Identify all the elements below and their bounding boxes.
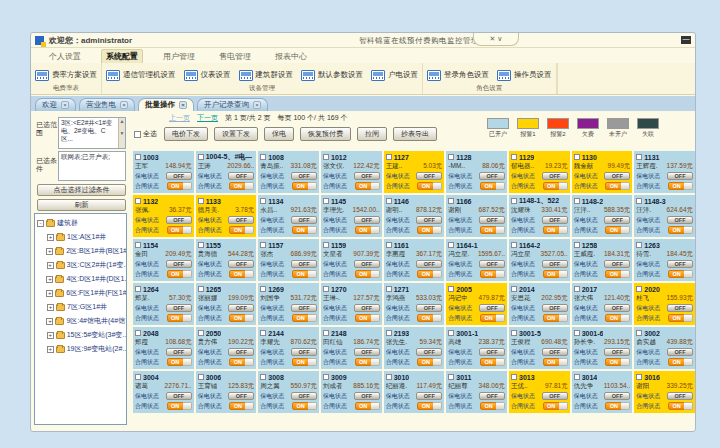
baodian-off-button[interactable]: OFF [416,348,442,356]
hezha-on-button[interactable]: ON [605,314,622,322]
hezha-on-button[interactable]: ON [543,402,560,410]
toolbar-button-拉闸[interactable]: 拉闸 [357,127,387,141]
selected-range-box[interactable]: 3区:<E2#井<1#变电、2#变电、C区... ▲▼ [58,117,126,149]
card-checkbox[interactable] [574,154,580,160]
baodian-off-button[interactable]: OFF [354,172,380,180]
hezha-on-button[interactable]: ON [543,314,560,322]
prev-page-link[interactable]: 上一页 [169,113,190,123]
hezha-on-button[interactable]: ON [417,314,434,322]
baodian-off-button[interactable]: OFF [228,348,254,356]
hezha-on-button[interactable]: ON [605,270,622,278]
tab-批量操作[interactable]: 批量操作× [138,98,194,111]
range-scrollbar[interactable]: ▲▼ [118,118,125,148]
hezha-on-button[interactable]: ON [605,182,622,190]
card-checkbox[interactable] [511,198,517,204]
baodian-off-button[interactable]: OFF [604,348,630,356]
refresh-button[interactable]: 刷新 [37,199,126,211]
baodian-off-button[interactable]: OFF [228,172,254,180]
hezha-on-button[interactable]: ON [167,358,184,366]
hezha-on-button[interactable]: ON [417,358,434,366]
toolbar-button-抄表导出[interactable]: 抄表导出 [393,127,437,141]
selected-cond-box[interactable]: 联网表;已开户表; [58,151,126,181]
ribbon-button-户电设置[interactable]: 户电设置 [371,70,418,81]
card-checkbox[interactable] [386,330,392,336]
ribbon-button-默认参数设置[interactable]: 默认参数设置 [301,70,363,81]
baodian-off-button[interactable]: OFF [291,172,317,180]
tree-node[interactable]: +4区:D区1#井(D区1... [37,272,126,286]
card-checkbox[interactable] [260,330,266,336]
hezha-on-button[interactable]: ON [355,226,372,234]
tree-node[interactable]: +2区:B区1#井(B区1#... [37,244,126,258]
baodian-off-button[interactable]: OFF [604,260,630,268]
card-checkbox[interactable] [636,286,642,292]
baodian-off-button[interactable]: OFF [291,216,317,224]
hezha-on-button[interactable]: ON [167,182,184,190]
tree-expander-icon[interactable]: + [47,304,54,311]
baodian-off-button[interactable]: OFF [291,348,317,356]
hezha-on-button[interactable]: ON [480,402,497,410]
card-checkbox[interactable] [198,154,204,160]
hezha-on-button[interactable]: ON [543,270,560,278]
menu-item-报表中心[interactable]: 报表中心 [271,50,311,63]
card-checkbox[interactable] [574,198,580,204]
hezha-on-button[interactable]: ON [229,270,246,278]
card-checkbox[interactable] [323,374,329,380]
card-checkbox[interactable] [574,374,580,380]
baodian-off-button[interactable]: OFF [479,260,505,268]
baodian-off-button[interactable]: OFF [479,348,505,356]
hezha-on-button[interactable]: ON [480,182,497,190]
tree-node[interactable]: +9区:4#馆电井(4#馆... [37,314,126,328]
tree-root[interactable]: -建筑群 [37,216,126,230]
ribbon-collapse-control[interactable]: ✕ ∨ [473,33,519,46]
ribbon-button-操作员设置[interactable]: 操作员设置 [497,70,552,81]
hezha-on-button[interactable]: ON [668,182,685,190]
tree-node[interactable]: +7区:G区1#井 [37,300,126,314]
baodian-off-button[interactable]: OFF [291,304,317,312]
card-checkbox[interactable] [511,330,517,336]
card-checkbox[interactable] [323,198,329,204]
card-checkbox[interactable] [386,374,392,380]
choose-filter-button[interactable]: 点击选择过滤条件 [37,184,126,196]
menu-item-个人设置[interactable]: 个人设置 [45,50,85,63]
baodian-off-button[interactable]: OFF [479,216,505,224]
toolbar-button-设置下发[interactable]: 设置下发 [214,127,258,141]
hezha-on-button[interactable]: ON [355,314,372,322]
baodian-off-button[interactable]: OFF [228,260,254,268]
baodian-off-button[interactable]: OFF [604,392,630,400]
baodian-off-button[interactable]: OFF [542,348,568,356]
hezha-on-button[interactable]: ON [480,226,497,234]
next-page-link[interactable]: 下一页 [197,113,218,123]
minimize-button[interactable]: — [681,36,691,44]
hezha-on-button[interactable]: ON [229,358,246,366]
card-checkbox[interactable] [448,374,454,380]
baodian-off-button[interactable]: OFF [354,392,380,400]
baodian-off-button[interactable]: OFF [166,348,192,356]
baodian-off-button[interactable]: OFF [667,172,693,180]
menu-item-售电管理[interactable]: 售电管理 [215,50,255,63]
hezha-on-button[interactable]: ON [292,358,309,366]
card-checkbox[interactable] [636,242,642,248]
baodian-off-button[interactable]: OFF [166,216,192,224]
card-checkbox[interactable] [636,374,642,380]
card-checkbox[interactable] [260,374,266,380]
ribbon-button-通信管理机设置[interactable]: 通信管理机设置 [106,70,176,81]
baodian-off-button[interactable]: OFF [166,304,192,312]
baodian-off-button[interactable]: OFF [354,304,380,312]
hezha-on-button[interactable]: ON [229,314,246,322]
card-checkbox[interactable] [135,330,141,336]
baodian-off-button[interactable]: OFF [354,348,380,356]
card-checkbox[interactable] [386,154,392,160]
card-checkbox[interactable] [135,286,141,292]
baodian-off-button[interactable]: OFF [416,304,442,312]
hezha-on-button[interactable]: ON [605,358,622,366]
baodian-off-button[interactable]: OFF [667,304,693,312]
select-all-checkbox[interactable]: 全选 [134,129,157,139]
tree-node[interactable]: +1区:A区1#井 [37,230,126,244]
tree-expander-icon[interactable]: + [47,234,54,241]
hezha-on-button[interactable]: ON [229,226,246,234]
card-checkbox[interactable] [448,330,454,336]
hezha-on-button[interactable]: ON [668,314,685,322]
baodian-off-button[interactable]: OFF [228,304,254,312]
menu-item-系统配置[interactable]: 系统配置 [101,49,143,64]
hezha-on-button[interactable]: ON [355,182,372,190]
